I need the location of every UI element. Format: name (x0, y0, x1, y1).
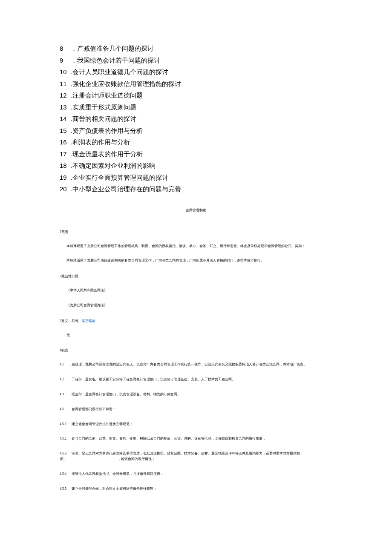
clause-item: 4.2工程部：是发电厂建设施工安装等工程合同签订管理部门；负责签订管理基建、安装… (60, 377, 332, 382)
item-text: .强化企业应收账款信用管理措施的探讨 (71, 78, 181, 90)
clause-number: 4.5.1 (60, 422, 72, 427)
clause-number: 4.1 (60, 362, 72, 368)
item-number: 15 (60, 125, 71, 137)
item-number: 17 (60, 148, 71, 160)
clause-number: 4.3 (60, 392, 72, 397)
clause-item: 4.5.3审查、登记合同对方单位代表资格及单位资质，包括营业执照、经营范围、技术… (60, 451, 332, 462)
item-text: .企业实行全面预算管理问题的探讨 (71, 172, 168, 184)
list-item: 20 .中小型企业公司治理存在的问题与完善 (60, 183, 332, 195)
clause-text: 审查、登记合同对方单位代表资格及单位资质，包括营业执照、经营范围、技术装备、信誉… (60, 451, 300, 461)
section-heading-3: 3定义、符号、缩空略语 (60, 319, 332, 323)
paragraph: 《中华人民共和国合同法》 (60, 288, 332, 293)
item-number: 11 (60, 78, 71, 90)
item-number: 14 (60, 113, 71, 125)
section-heading-1: 1范围 (60, 230, 332, 234)
list-item: 11 .强化企业应收账款信用管理措施的探讨 (60, 78, 332, 90)
item-number: 20 (60, 183, 71, 195)
clause-text: 建立合同管理台帐，对合同文本资料进行编号统计管理； (72, 487, 157, 491)
list-item: 8．产减值准备几个问题的探讨 (60, 43, 332, 55)
heading-prefix: 3定义、符号、 (60, 319, 82, 323)
item-text: ．我国绿色会计若干问题的探讨 (71, 55, 160, 66)
clause-text: 工程部：是发电厂建设施工安装等工程合同签订管理部门；负责签订管理基建、安装、人工… (72, 377, 235, 381)
clause-item: 4.5.1建立健全合同管理办法并逐步完善规范； (60, 422, 332, 427)
item-text: .资产负债表的作用与分析 (71, 125, 143, 137)
item-text: .不确定因素对企业利润的影响 (71, 160, 156, 172)
list-item: 15 .资产负债表的作用与分析 (60, 125, 332, 137)
clause-trailing: ，检查合同的履行情况； (118, 457, 155, 461)
clause-number: 4.5.2 (60, 436, 72, 442)
clause-text: 合同管理部门履行以下职责： (72, 407, 116, 411)
item-text: .商誉的相关问题的探讨 (71, 113, 136, 125)
item-text: ．产减值准备几个问题的探讨 (71, 43, 154, 55)
clause-number: 4.5.5 (60, 486, 72, 492)
list-item: 17 .现金流量表的作用于分析 (60, 148, 332, 160)
clause-item: 4.3经营部：是合同签订管理部门，负责管理设备、材料、物资的订购合同。 (60, 392, 332, 397)
item-text: .会计人员职业道德几个问题的探讨 (71, 66, 168, 78)
clause-number: 4.5.4 (60, 472, 72, 477)
paragraph: 本标准规定了龙腾公司合同管理工作的管理机构、职责、合同的授权委托、洽谈、承办、会… (60, 244, 332, 249)
item-text: .利润表的作用与分析 (71, 136, 130, 148)
clause-item: 4.5.4保管法人代表授权委托书、合同专用章，并按编号归口使用； (60, 472, 332, 477)
abbreviation-link[interactable]: 缩空略语 (82, 319, 95, 323)
section-heading-4: 4职责 (60, 348, 332, 353)
item-number: 18 (60, 160, 71, 172)
item-number: 9 (60, 55, 71, 66)
clause-text: 参与合同的洽谈、起草、审查、签约、变更、解除以及合同的签证、公证、调解、诉讼等活… (72, 437, 266, 440)
clause-text: 建立健全合同管理办法并逐步完善规范； (72, 422, 133, 426)
item-text: .现金流量表的作用于分析 (71, 148, 143, 160)
topic-list: 8．产减值准备几个问题的探讨 9．我国绿色会计若干问题的探讨 10 .会计人员职… (60, 43, 332, 195)
item-number: 16 (60, 136, 71, 148)
paragraph: 无 (60, 333, 332, 338)
clause-item: 4.1总经理：龙腾公司经营管理的法定代表人。负责对厂内各类合同管理工作实行统一领… (60, 362, 332, 368)
item-number: 13 (60, 101, 71, 113)
item-number: 10 (60, 66, 71, 78)
list-item: 13 .实质重于形式原则问题 (60, 101, 332, 113)
paragraph: 本标准适用于龙腾公司项目建设期间的各类合同管理工作，厂内各类合同的管理，厂内所属… (60, 258, 332, 264)
item-text: .中小型企业公司治理存在的问题与完善 (71, 183, 181, 195)
item-number: 12 (60, 89, 71, 101)
item-number: 8 (60, 43, 71, 55)
section-heading-2: 2规范性引用 (60, 274, 332, 279)
list-item: 10 .会计人员职业道德几个问题的探讨 (60, 66, 332, 78)
document-title: 合同管理制度 (60, 208, 332, 213)
list-item: 16 .利润表的作用与分析 (60, 136, 332, 148)
clause-text: 总经理：龙腾公司经营管理的法定代表人。负责对厂内各类合同管理工作实行统一领导。以… (72, 362, 307, 366)
clause-item: 4.5.5建立合同管理台帐，对合同文本资料进行编号统计管理； (60, 486, 332, 492)
paragraph: 《龙腾公司合同管理办法》 (60, 303, 332, 308)
clause-number: 4.5 (60, 407, 72, 412)
item-number: 19 (60, 172, 71, 184)
list-item: 14 .商誉的相关问题的探讨 (60, 113, 332, 125)
list-item: 19 .企业实行全面预算管理问题的探讨 (60, 172, 332, 184)
list-item: 12 .注册会计师职业道德问题 (60, 89, 332, 101)
item-text: .实质重于形式原则问题 (71, 101, 136, 113)
clause-number: 4.2 (60, 377, 72, 382)
clause-text: 保管法人代表授权委托书、合同专用章，并按编号归口使用； (72, 472, 164, 476)
list-item: 9．我国绿色会计若干问题的探讨 (60, 55, 332, 66)
clause-number: 4.5.3 (60, 451, 72, 457)
item-text: .注册会计师职业道德问题 (71, 89, 143, 101)
list-item: 18 .不确定因素对企业利润的影响 (60, 160, 332, 172)
clause-item: 4.5合同管理部门履行以下职责： (60, 407, 332, 412)
clause-item: 4.5.2参与合同的洽谈、起草、审查、签约、变更、解除以及合同的签证、公证、调解… (60, 436, 332, 442)
clause-text: 经营部：是合同签订管理部门，负责管理设备、材料、物资的订购合同。 (72, 392, 181, 396)
